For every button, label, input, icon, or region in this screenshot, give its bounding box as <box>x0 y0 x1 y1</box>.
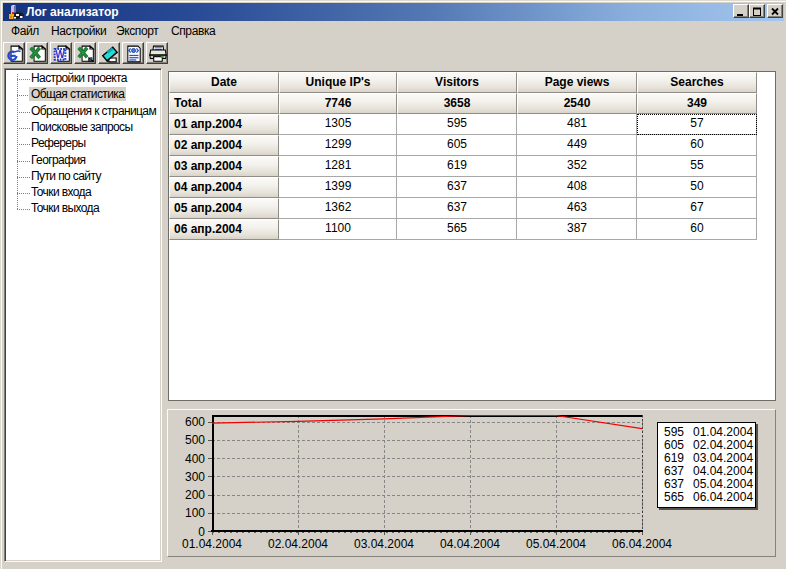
svg-text:02.04.2004: 02.04.2004 <box>268 537 328 551</box>
svg-text:03.04.2004: 03.04.2004 <box>354 537 414 551</box>
svg-text:200: 200 <box>185 488 205 502</box>
svg-text:05.04.2004: 05.04.2004 <box>526 537 586 551</box>
svg-text:300: 300 <box>185 470 205 484</box>
svg-text:600: 600 <box>185 415 205 429</box>
svg-text:100: 100 <box>185 506 205 520</box>
svg-text:500: 500 <box>185 433 205 447</box>
svg-text:06.04.2004: 06.04.2004 <box>612 537 672 551</box>
svg-text:W: W <box>55 49 65 60</box>
svg-text:400: 400 <box>185 452 205 466</box>
svg-text:01.04.2004: 01.04.2004 <box>182 537 242 551</box>
svg-text:04.04.2004: 04.04.2004 <box>440 537 500 551</box>
